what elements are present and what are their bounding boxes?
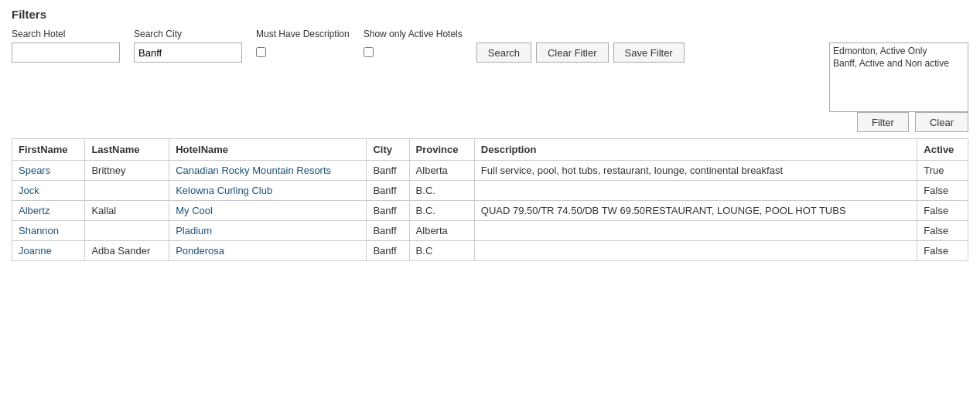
cell-city: Banff: [367, 161, 409, 181]
table-row: JockKelowna Curling ClubBanffB.C.False: [12, 181, 968, 201]
table-header-row: FirstName LastName HotelName City Provin…: [12, 139, 968, 161]
col-lastname: LastName: [85, 139, 169, 161]
table-row: SpearsBrittneyCanadian Rocky Mountain Re…: [12, 161, 968, 181]
saved-filter-item[interactable]: Banff, Active and Non active: [833, 57, 965, 70]
search-city-label: Search City: [134, 29, 242, 39]
table-row: ShannonPladiumBanffAlbertaFalse: [12, 221, 968, 241]
cell-city: Banff: [367, 241, 409, 261]
filter-button[interactable]: Filter: [857, 112, 909, 132]
cell-description: [474, 241, 917, 261]
table-row: AlbertzKallalMy CoolBanffB.C.QUAD 79.50/…: [12, 201, 968, 221]
cell-active: False: [917, 221, 968, 241]
cell-firstname: Spears: [12, 161, 85, 181]
col-description: Description: [474, 139, 917, 161]
filter-actions-row: Filter Clear: [12, 112, 968, 132]
cell-lastname: Adba Sander: [85, 241, 169, 261]
cell-hotelname: Pladium: [169, 221, 367, 241]
show-active-label: Show only Active Hotels: [364, 29, 463, 39]
cell-hotelname: My Cool: [169, 201, 367, 221]
search-hotel-group: Search Hotel: [12, 29, 120, 63]
page-title: Filters: [12, 8, 968, 21]
show-active-group: Show only Active Hotels: [364, 29, 463, 57]
saved-filters-list[interactable]: Edmonton, Active Only Banff, Active and …: [829, 42, 968, 112]
cell-lastname: [85, 181, 169, 201]
search-city-input[interactable]: [134, 42, 242, 63]
cell-province: B.C.: [409, 181, 474, 201]
cell-description: [474, 221, 917, 241]
cell-firstname: Shannon: [12, 221, 85, 241]
cell-firstname: Jock: [12, 181, 85, 201]
clear-filter-button[interactable]: Clear Fitler: [536, 42, 609, 63]
cell-active: False: [917, 181, 968, 201]
show-active-checkbox[interactable]: [364, 47, 374, 57]
search-hotel-label: Search Hotel: [12, 29, 120, 39]
saved-filter-item[interactable]: Edmonton, Active Only: [833, 45, 965, 57]
col-province: Province: [409, 139, 474, 161]
table-row: JoanneAdba SanderPonderosaBanffB.CFalse: [12, 241, 968, 261]
cell-city: Banff: [367, 201, 409, 221]
must-have-desc-label: Must Have Description: [256, 29, 350, 39]
search-city-group: Search City: [134, 29, 242, 63]
cell-active: False: [917, 201, 968, 221]
cell-description: QUAD 79.50/TR 74.50/DB TW 69.50RESTAURAN…: [474, 201, 917, 221]
search-button[interactable]: Search: [476, 42, 531, 63]
search-hotel-input[interactable]: [12, 42, 120, 63]
action-buttons: Search Clear Fitler Save Filter: [476, 42, 685, 63]
col-city: City: [367, 139, 409, 161]
cell-firstname: Joanne: [12, 241, 85, 261]
cell-description: Full service, pool, hot tubs, restaurant…: [474, 161, 917, 181]
cell-province: Alberta: [409, 221, 474, 241]
cell-firstname: Albertz: [12, 201, 85, 221]
col-firstname: FirstName: [12, 139, 85, 161]
cell-province: B.C: [409, 241, 474, 261]
col-active: Active: [917, 139, 968, 161]
cell-lastname: Brittney: [85, 161, 169, 181]
cell-active: True: [917, 161, 968, 181]
cell-hotelname: Canadian Rocky Mountain Resorts: [169, 161, 367, 181]
saved-filters-area: Edmonton, Active Only Banff, Active and …: [829, 29, 968, 112]
cell-lastname: [85, 221, 169, 241]
cell-description: [474, 181, 917, 201]
save-filter-button[interactable]: Save Filter: [613, 42, 685, 63]
col-hotelname: HotelName: [169, 139, 367, 161]
cell-lastname: Kallal: [85, 201, 169, 221]
cell-province: B.C.: [409, 201, 474, 221]
cell-hotelname: Ponderosa: [169, 241, 367, 261]
must-have-desc-group: Must Have Description: [256, 29, 350, 57]
cell-active: False: [917, 241, 968, 261]
cell-province: Alberta: [409, 161, 474, 181]
cell-hotelname: Kelowna Curling Club: [169, 181, 367, 201]
cell-city: Banff: [367, 181, 409, 201]
cell-city: Banff: [367, 221, 409, 241]
results-table: FirstName LastName HotelName City Provin…: [12, 138, 968, 261]
clear-button[interactable]: Clear: [915, 112, 968, 132]
must-have-desc-checkbox[interactable]: [256, 47, 266, 57]
